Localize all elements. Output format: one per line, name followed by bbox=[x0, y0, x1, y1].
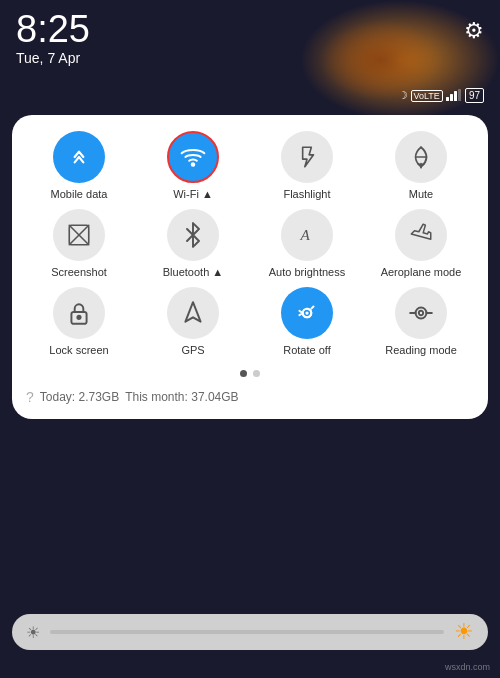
screenshot-icon bbox=[53, 209, 105, 261]
data-usage-icon: ? bbox=[26, 389, 34, 405]
tile-gps[interactable]: GPS bbox=[138, 287, 248, 357]
data-usage-row: ? Today: 2.73GB This month: 37.04GB bbox=[24, 385, 476, 407]
lock-screen-icon bbox=[53, 287, 105, 339]
mute-icon bbox=[395, 131, 447, 183]
svg-rect-1 bbox=[450, 94, 453, 101]
dot-1 bbox=[240, 370, 247, 377]
moon-icon: ☽ bbox=[398, 89, 408, 102]
aeroplane-label: Aeroplane mode bbox=[381, 266, 462, 279]
rotate-label: Rotate off bbox=[283, 344, 331, 357]
svg-text:A: A bbox=[300, 227, 311, 244]
auto-brightness-label: Auto brightness bbox=[269, 266, 345, 279]
svg-point-4 bbox=[192, 163, 195, 166]
mobile-data-label: Mobile data bbox=[51, 188, 108, 201]
date-display: Tue, 7 Apr bbox=[16, 50, 90, 66]
rotate-icon bbox=[281, 287, 333, 339]
bluetooth-label: Bluetooth ▲ bbox=[163, 266, 223, 279]
tile-lock-screen[interactable]: Lock screen bbox=[24, 287, 134, 357]
tile-auto-brightness[interactable]: A Auto brightness bbox=[252, 209, 362, 279]
brightness-high-icon: ☀ bbox=[454, 619, 474, 645]
dot-2 bbox=[253, 370, 260, 377]
quick-settings-panel: Mobile data Wi-Fi ▲ Flashlight bbox=[12, 115, 488, 419]
svg-point-16 bbox=[419, 311, 423, 315]
aeroplane-icon bbox=[395, 209, 447, 261]
reading-mode-icon bbox=[395, 287, 447, 339]
settings-icon[interactable]: ⚙ bbox=[464, 18, 484, 44]
brightness-bar[interactable]: ☀ ☀ bbox=[12, 614, 488, 650]
mute-label: Mute bbox=[409, 188, 433, 201]
reading-label: Reading mode bbox=[385, 344, 457, 357]
tile-aeroplane[interactable]: Aeroplane mode bbox=[366, 209, 476, 279]
screenshot-label: Screenshot bbox=[51, 266, 107, 279]
tile-bluetooth[interactable]: Bluetooth ▲ bbox=[138, 209, 248, 279]
auto-brightness-icon: A bbox=[281, 209, 333, 261]
tile-mute[interactable]: Mute bbox=[366, 131, 476, 201]
brightness-track[interactable] bbox=[50, 630, 444, 634]
tiles-grid: Mobile data Wi-Fi ▲ Flashlight bbox=[24, 131, 476, 358]
tile-rotate[interactable]: Rotate off bbox=[252, 287, 362, 357]
gps-label: GPS bbox=[181, 344, 204, 357]
lock-screen-label: Lock screen bbox=[49, 344, 108, 357]
svg-point-15 bbox=[416, 308, 427, 319]
month-usage: This month: 37.04GB bbox=[125, 390, 238, 404]
tile-screenshot[interactable]: Screenshot bbox=[24, 209, 134, 279]
wifi-icon bbox=[167, 131, 219, 183]
tile-flashlight[interactable]: Flashlight bbox=[252, 131, 362, 201]
flashlight-label: Flashlight bbox=[283, 188, 330, 201]
svg-point-12 bbox=[77, 316, 80, 319]
tile-reading[interactable]: Reading mode bbox=[366, 287, 476, 357]
page-dots bbox=[24, 370, 476, 377]
svg-rect-2 bbox=[454, 91, 457, 101]
gps-icon bbox=[167, 287, 219, 339]
volte-icon: VoLTE bbox=[411, 90, 443, 102]
time-display: 8:25 bbox=[16, 10, 90, 48]
bluetooth-icon bbox=[167, 209, 219, 261]
today-usage: Today: 2.73GB bbox=[40, 390, 119, 404]
svg-rect-0 bbox=[446, 97, 449, 101]
svg-point-14 bbox=[305, 312, 308, 315]
signal-icon bbox=[446, 89, 462, 103]
brightness-low-icon: ☀ bbox=[26, 623, 40, 642]
svg-rect-3 bbox=[458, 89, 461, 101]
flashlight-icon bbox=[281, 131, 333, 183]
status-bar: 8:25 Tue, 7 Apr ⚙ ☽ VoLTE 97 bbox=[0, 0, 500, 107]
battery-icon: 97 bbox=[465, 88, 484, 103]
mobile-data-icon bbox=[53, 131, 105, 183]
tile-mobile-data[interactable]: Mobile data bbox=[24, 131, 134, 201]
watermark: wsxdn.com bbox=[445, 662, 490, 672]
tile-wifi[interactable]: Wi-Fi ▲ bbox=[138, 131, 248, 201]
wifi-label: Wi-Fi ▲ bbox=[173, 188, 213, 201]
